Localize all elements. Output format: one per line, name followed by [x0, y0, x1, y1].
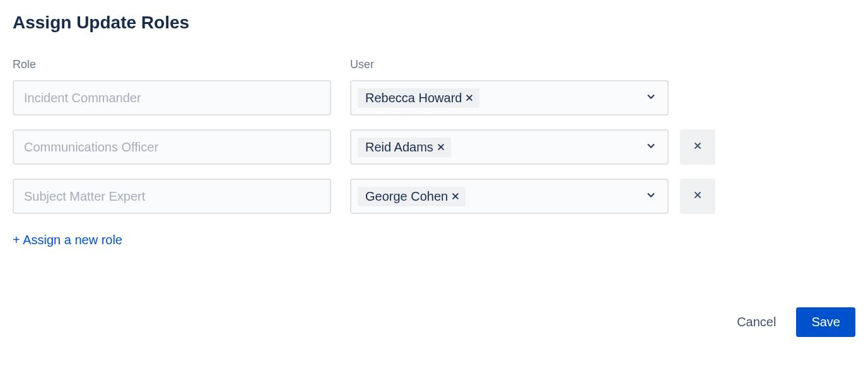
- chevron-down-icon: [645, 139, 657, 155]
- role-row: Subject Matter Expert George Cohen: [13, 179, 855, 214]
- user-select[interactable]: Rebecca Howard: [350, 80, 669, 115]
- user-chip-name: George Cohen: [365, 189, 448, 204]
- role-row: Communications Officer Reid Adams: [13, 129, 855, 165]
- assign-new-role-link[interactable]: + Assign a new role: [13, 233, 122, 247]
- remove-user-icon[interactable]: [452, 190, 459, 203]
- role-text: Subject Matter Expert: [24, 189, 145, 204]
- user-chip-name: Rebecca Howard: [365, 91, 462, 105]
- chevron-down-icon: [645, 90, 657, 105]
- user-chip: Reid Adams: [358, 138, 451, 157]
- user-select[interactable]: George Cohen: [350, 179, 669, 214]
- role-field[interactable]: Incident Commander: [13, 80, 331, 115]
- remove-user-icon[interactable]: [437, 141, 445, 154]
- role-field[interactable]: Communications Officer: [13, 129, 331, 165]
- role-text: Incident Commander: [24, 91, 141, 105]
- delete-row-button[interactable]: [680, 179, 715, 214]
- role-row: Incident Commander Rebecca Howard: [13, 80, 855, 115]
- user-chip-name: Reid Adams: [365, 140, 433, 155]
- chevron-down-icon: [645, 189, 657, 204]
- role-text: Communications Officer: [24, 140, 158, 155]
- header-user: User: [350, 58, 374, 71]
- cancel-button[interactable]: Cancel: [737, 315, 776, 329]
- close-icon: [692, 189, 703, 203]
- user-chip: Rebecca Howard: [358, 88, 479, 108]
- footer-actions: Cancel Save: [13, 307, 855, 337]
- delete-row-button[interactable]: [680, 129, 715, 165]
- user-select[interactable]: Reid Adams: [350, 129, 669, 165]
- close-icon: [692, 140, 703, 154]
- page-title: Assign Update Roles: [13, 13, 855, 33]
- column-headers: Role User: [13, 58, 855, 71]
- header-role: Role: [13, 58, 350, 71]
- save-button[interactable]: Save: [796, 307, 855, 337]
- user-chip: George Cohen: [358, 187, 466, 206]
- role-field[interactable]: Subject Matter Expert: [13, 179, 331, 214]
- remove-user-icon[interactable]: [466, 92, 473, 105]
